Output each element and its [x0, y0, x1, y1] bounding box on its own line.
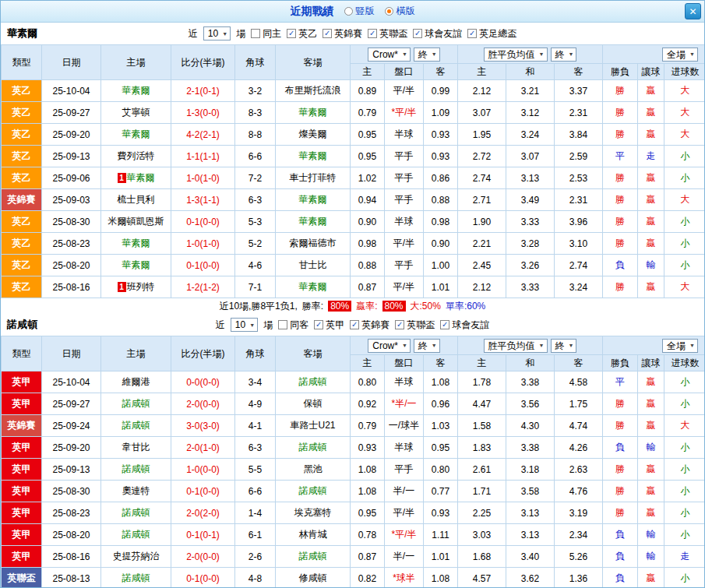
handicap: 平/半	[385, 80, 424, 102]
radio-selected-icon[interactable]	[385, 7, 393, 16]
sub-col-header: 进球数	[664, 64, 705, 80]
score: 0-1(0-0)	[171, 481, 235, 502]
match-row: 英乙25-08-161班列特1-2(1-2)7-1華素爾0.87平/半1.012…	[2, 276, 705, 298]
checkbox-icon[interactable]: ✓	[287, 29, 296, 38]
league-type: 英乙	[2, 233, 42, 255]
odds-source-select[interactable]: Crow*▼	[368, 48, 411, 62]
layout-radio-vertical[interactable]: 豎版	[344, 5, 375, 18]
goals-result: 大	[664, 124, 705, 146]
filter-checkbox-英錦賽[interactable]: ✓英錦賽	[350, 319, 390, 332]
radio-unselected-icon[interactable]	[344, 7, 353, 16]
filter-checkbox-英足總盃[interactable]: ✓英足總盃	[467, 27, 516, 40]
avg-draw: 3.40	[506, 546, 555, 568]
corner-score: 3-2	[235, 80, 276, 102]
match-row: 英甲25-08-30奧連特0-1(0-0)6-6諾咸頓1.08半/一0.771.…	[2, 481, 705, 502]
filters-bar: 近10▼場同客✓英甲✓英錦賽✓英聯盃✓球會友誼	[216, 318, 489, 332]
summary-row: 近10場,勝8平1负1,勝率:80%贏率:80%大:50%單率:60%	[1, 298, 704, 314]
odds-away: 1.01	[424, 276, 458, 298]
home-team: 諾咸頓	[101, 415, 171, 437]
sub-col-header: 和	[506, 355, 555, 371]
checkbox-icon[interactable]	[278, 320, 287, 329]
avg-away: 1.36	[555, 568, 603, 588]
away-team: 華素爾	[276, 211, 351, 233]
win-rate-value: 80%	[328, 301, 351, 312]
avg-away: 1.75	[555, 393, 603, 415]
score: 1-2(1-2)	[171, 276, 235, 298]
select-value: 終	[555, 50, 565, 59]
checkbox-icon[interactable]: ✓	[368, 29, 377, 38]
filter-checkbox-英乙[interactable]: ✓英乙	[287, 27, 317, 40]
filter-checkbox-同主[interactable]: 同主	[251, 27, 281, 40]
home-team-name: 費列活特	[118, 150, 155, 161]
league-type: 英乙	[2, 276, 42, 298]
scope-header-cell: 全場▼	[603, 336, 705, 355]
checkbox-icon[interactable]	[251, 29, 260, 38]
handicap: 平手	[385, 167, 424, 189]
scope-select[interactable]: 全場▼	[662, 339, 698, 353]
checkbox-icon[interactable]: ✓	[440, 320, 449, 329]
games-count-select[interactable]: 10▼	[203, 26, 231, 40]
away-team-name: 華素爾	[299, 281, 327, 292]
checkbox-icon[interactable]: ✓	[350, 320, 359, 329]
avg-away: 3.19	[555, 502, 603, 524]
avg-type-select[interactable]: 胜平负均值▼	[484, 48, 548, 62]
filter-checkbox-球會友誼[interactable]: ✓球會友誼	[440, 319, 489, 332]
checkbox-icon[interactable]: ✓	[314, 320, 323, 329]
checkbox-icon[interactable]: ✓	[467, 29, 477, 38]
red-card-badge: 1	[118, 173, 126, 183]
odds-final-select[interactable]: 終▼	[414, 48, 440, 62]
match-result: 勝	[603, 233, 638, 255]
match-result: 勝	[603, 481, 638, 502]
odds-home: 0.82	[351, 568, 385, 588]
avg-away: 2.31	[555, 189, 603, 211]
games-count-select[interactable]: 10▼	[231, 318, 258, 332]
big-rate: 大:50%	[411, 300, 441, 313]
avg-type-select[interactable]: 胜平负均值▼	[484, 339, 548, 353]
select-value: 終	[418, 50, 428, 59]
avg-away: 2.34	[555, 524, 603, 546]
odds-final-select[interactable]: 終▼	[414, 339, 440, 353]
select-value: Crow*	[372, 50, 398, 59]
checkbox-icon[interactable]: ✓	[413, 29, 422, 38]
match-row: 英錦賽25-09-03梳士貝利1-3(1-1)6-3華素爾0.94平手0.882…	[2, 189, 705, 211]
close-icon[interactable]: ✕	[685, 3, 701, 19]
corner-score: 3-4	[235, 371, 276, 393]
sub-col-header: 客	[555, 64, 603, 80]
goals-result: 小	[664, 167, 705, 189]
avg-final-select[interactable]: 終▼	[551, 339, 577, 353]
handicap-result: 走	[638, 146, 664, 167]
filter-checkbox-同客[interactable]: 同客	[278, 319, 308, 332]
filter-checkbox-英聯盃[interactable]: ✓英聯盃	[395, 319, 435, 332]
match-date: 25-09-20	[42, 437, 101, 459]
home-team: 諾咸頓	[101, 568, 171, 588]
handicap: *平/半	[385, 102, 424, 124]
handicap-result: 贏	[638, 568, 664, 588]
away-team: 華素爾	[276, 146, 351, 167]
match-result: 負	[603, 524, 638, 546]
odds-header-cell: Crow*▼終▼	[351, 45, 458, 64]
handicap-result: 贏	[638, 124, 664, 146]
match-date: 25-08-20	[42, 524, 101, 546]
checkbox-icon[interactable]: ✓	[323, 29, 332, 38]
team-name: 華素爾	[7, 26, 37, 40]
filter-checkbox-英聯盃[interactable]: ✓英聯盃	[368, 27, 407, 40]
goals-result: 小	[664, 211, 705, 233]
avg-home: 2.21	[458, 233, 506, 255]
checkbox-label: 英聯盃	[379, 27, 407, 40]
handicap-result: 贏	[638, 80, 664, 102]
scope-header-cell: 全場▼	[603, 45, 705, 64]
layout-radio-horizontal[interactable]: 橫版	[385, 5, 415, 18]
match-date: 25-09-13	[42, 459, 101, 481]
odds-home: 1.08	[351, 481, 385, 502]
odds-source-select[interactable]: Crow*▼	[368, 339, 411, 353]
match-date: 25-10-04	[42, 80, 101, 102]
filter-checkbox-英甲[interactable]: ✓英甲	[314, 319, 344, 332]
radio-vertical-label: 豎版	[356, 5, 375, 18]
filter-checkbox-球會友誼[interactable]: ✓球會友誼	[413, 27, 462, 40]
checkbox-icon[interactable]: ✓	[395, 320, 404, 329]
scope-select[interactable]: 全場▼	[662, 48, 698, 62]
away-team: 諾咸頓	[276, 371, 351, 393]
avg-home: 1.83	[458, 437, 506, 459]
avg-final-select[interactable]: 終▼	[551, 48, 577, 62]
filter-checkbox-英錦賽[interactable]: ✓英錦賽	[323, 27, 362, 40]
